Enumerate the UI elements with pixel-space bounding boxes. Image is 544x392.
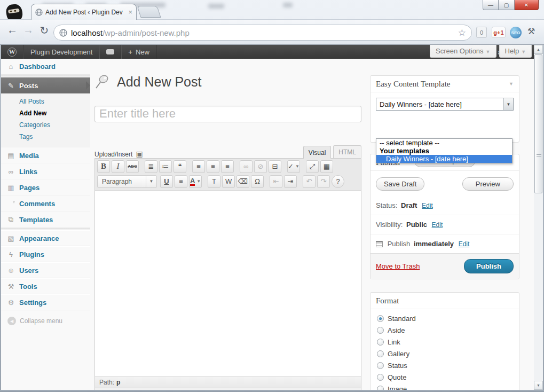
dropdown-option-select-template[interactable]: -- select template -- (376, 139, 512, 147)
format-option-link[interactable]: Link (377, 338, 514, 346)
extension-gplus-icon[interactable]: g+1 (492, 27, 506, 38)
submenu-all-posts[interactable]: All Posts (1, 96, 90, 107)
address-bar[interactable]: localhost/wp-admin/post-new.php ☆ (53, 25, 472, 41)
minimize-button[interactable]: — (483, 0, 499, 10)
bold-button[interactable]: B (97, 160, 110, 173)
dropdown-option-daily-winners[interactable]: Daily Winners - [date here] (376, 155, 512, 163)
reload-button[interactable]: ↻ (37, 24, 51, 37)
scrollbar-thumb[interactable] (534, 54, 542, 193)
editor-content-area[interactable] (95, 190, 361, 377)
format-option-aside[interactable]: Aside (377, 326, 514, 334)
sidebar-item-appearance[interactable]: ▧ Appearance (1, 230, 90, 246)
indent-button[interactable]: ⇥ (284, 175, 297, 188)
blockquote-button[interactable]: ❝ (174, 160, 186, 173)
collapse-menu-button[interactable]: ◀ Collapse menu (1, 317, 90, 325)
metabox-toggle-icon[interactable]: ▼ (509, 81, 514, 87)
text-color-dropdown-icon[interactable]: ▼ (196, 179, 201, 184)
radio-icon[interactable] (377, 327, 384, 334)
edit-status-link[interactable]: Edit (422, 202, 433, 209)
align-center-button[interactable]: ≡ (207, 160, 219, 173)
justify-button[interactable]: ≡ (175, 175, 187, 188)
italic-button[interactable]: I (112, 160, 124, 173)
fullscreen-button[interactable]: ⤢ (306, 160, 319, 173)
new-tab-button[interactable] (137, 6, 161, 18)
help-icon-button[interactable]: ? (332, 175, 344, 188)
edit-visibility-link[interactable]: Edit (432, 221, 443, 229)
format-header[interactable]: Format (370, 293, 519, 309)
comments-menu[interactable] (99, 45, 121, 59)
sidebar-item-pages[interactable]: ▥ Pages (1, 179, 90, 195)
bullet-list-button[interactable]: ≣ (145, 160, 157, 173)
special-character-button[interactable]: Ω (251, 175, 264, 188)
remove-formatting-button[interactable]: ⌫ (236, 175, 249, 188)
sidebar-item-posts[interactable]: ✎ Posts (1, 77, 90, 93)
scroll-down-button[interactable]: ▼ (534, 381, 543, 390)
sidebar-item-tools[interactable]: ⚒ Tools (1, 278, 90, 294)
paste-from-word-button[interactable]: W (222, 175, 235, 188)
tab-html[interactable]: HTML (333, 145, 361, 158)
sidebar-item-comments[interactable]: Comments (1, 195, 90, 211)
extension-seo-icon[interactable]: SEO (510, 27, 522, 38)
new-content-menu[interactable]: + New (121, 45, 156, 59)
wp-logo-menu[interactable]: W (1, 45, 23, 59)
sidebar-item-users[interactable]: ☺ Users (1, 262, 90, 278)
spellcheck-button[interactable]: ✓ ▼ (287, 160, 300, 173)
format-option-quote[interactable]: Quote (377, 373, 514, 381)
template-select[interactable]: Daily Winners - [date here] ▼ (376, 98, 514, 111)
format-option-gallery[interactable]: Gallery (377, 350, 514, 358)
outdent-button[interactable]: ⇤ (270, 175, 282, 188)
add-media-icon[interactable]: ▣ (136, 150, 143, 158)
wrench-menu-icon[interactable]: ⚒ (527, 26, 535, 36)
radio-icon[interactable] (377, 350, 384, 357)
redo-button[interactable]: ↷ (317, 175, 330, 188)
submenu-add-new[interactable]: Add New (1, 107, 90, 119)
sidebar-item-templates[interactable]: ⧉ Templates (1, 211, 90, 228)
spellcheck-dropdown-icon[interactable]: ▼ (295, 164, 299, 169)
maximize-button[interactable]: ▢ (499, 0, 515, 10)
sidebar-item-plugins[interactable]: ϟ Plugins (1, 246, 90, 262)
radio-selected-icon[interactable] (377, 315, 384, 322)
page-scrollbar[interactable]: ▲ ▼ (534, 45, 543, 390)
extension-counter-badge[interactable]: 0 (476, 27, 487, 38)
text-color-button[interactable]: A ▼ (189, 175, 202, 188)
scroll-up-button[interactable]: ▲ (534, 45, 543, 54)
radio-icon[interactable] (377, 362, 384, 369)
save-draft-button[interactable]: Save Draft (376, 177, 424, 191)
numbered-list-button[interactable]: ≔ (159, 160, 172, 173)
unlink-button[interactable]: ⊘ (254, 160, 267, 173)
kitchen-sink-button[interactable]: ▦ (320, 160, 333, 173)
tab-close-icon[interactable]: × (128, 8, 132, 16)
undo-button[interactable]: ↶ (303, 175, 316, 188)
format-option-status[interactable]: Status (377, 362, 514, 370)
browser-tab[interactable]: Add New Post ‹ Plugin Dev × (31, 4, 137, 20)
bookmark-star-icon[interactable]: ☆ (458, 27, 466, 38)
more-tag-button[interactable]: ⊟ (269, 160, 281, 173)
strikethrough-button[interactable]: ABC (126, 160, 139, 173)
ect-header[interactable]: Easy Content Template ▼ (370, 76, 519, 92)
paragraph-format-select[interactable]: Paragraph ▼ (97, 175, 157, 188)
radio-icon[interactable] (377, 339, 384, 346)
preview-button[interactable]: Preview (462, 177, 514, 191)
edit-schedule-link[interactable]: Edit (459, 240, 470, 248)
align-right-button[interactable]: ≡ (221, 160, 234, 173)
close-button[interactable]: ✕ (515, 0, 539, 10)
sidebar-item-links[interactable]: ∞ Links (1, 163, 90, 179)
format-option-standard[interactable]: Standard (377, 315, 514, 323)
publish-button[interactable]: Publish (464, 259, 514, 273)
radio-icon[interactable] (377, 374, 384, 381)
tab-visual[interactable]: Visual (303, 146, 331, 159)
sidebar-item-settings[interactable]: ⚙ Settings (1, 294, 90, 310)
submenu-categories[interactable]: Categories (1, 119, 90, 131)
align-left-button[interactable]: ≡ (192, 160, 205, 173)
sidebar-item-dashboard[interactable]: ⌂ Dashboard (1, 59, 90, 75)
sidebar-item-media[interactable]: ▤ Media (1, 147, 90, 163)
site-name-menu[interactable]: Plugin Development (23, 45, 99, 59)
back-button[interactable]: ← (5, 24, 19, 36)
screen-options-button[interactable]: Screen Options▼ (430, 45, 496, 58)
link-button[interactable]: ∞ (240, 160, 253, 173)
help-button[interactable]: Help▼ (499, 45, 532, 58)
submenu-tags[interactable]: Tags (1, 131, 90, 143)
post-title-input[interactable] (94, 106, 361, 122)
move-to-trash-link[interactable]: Move to Trash (376, 262, 420, 270)
forward-button[interactable]: → (21, 24, 35, 36)
